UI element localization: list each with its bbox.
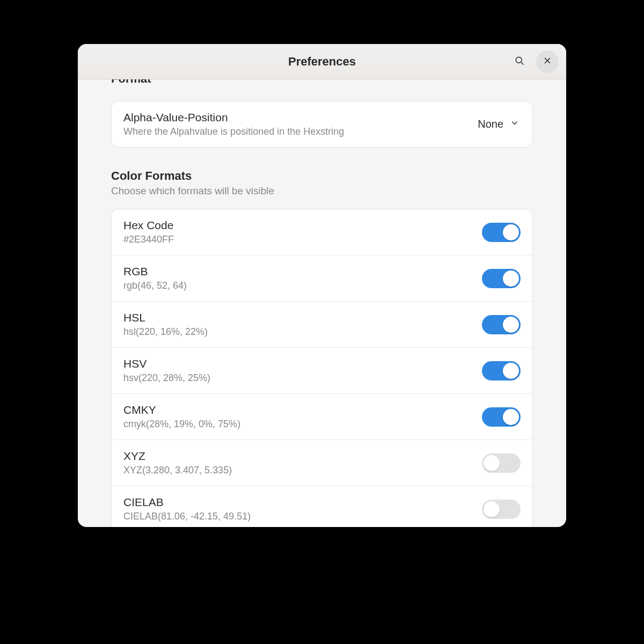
format-example: rgb(46, 52, 64) [123, 280, 472, 291]
alpha-value-position-row[interactable]: Alpha-Value-Position Where the Alpahvalu… [112, 101, 532, 147]
format-example: #2E3440FF [123, 234, 472, 245]
color-formats-heading: Color Formats [111, 169, 533, 183]
search-button[interactable] [508, 50, 531, 73]
alpha-row-subtitle: Where the Alpahvalue is positioned in th… [123, 126, 467, 137]
format-example: cmyk(28%, 19%, 0%, 75%) [123, 419, 472, 430]
color-format-row: RGBrgb(46, 52, 64) [112, 255, 532, 301]
color-format-row: Hex Code#2E3440FF [112, 209, 532, 255]
row-labels: Alpha-Value-Position Where the Alpahvalu… [123, 111, 467, 137]
toggle-knob [503, 317, 519, 333]
format-toggle[interactable] [482, 223, 521, 242]
format-section-heading: Format [111, 79, 533, 86]
format-name: HSV [123, 357, 472, 370]
format-example: hsv(220, 28%, 25%) [123, 372, 472, 384]
row-labels: XYZXYZ(3.280, 3.407, 5.335) [123, 450, 472, 476]
format-toggle[interactable] [482, 269, 521, 288]
close-button[interactable] [536, 50, 559, 73]
color-format-row: CIELABCIELAB(81.06, -42.15, 49.51) [112, 486, 532, 527]
close-icon [542, 55, 553, 68]
alpha-value-selected: None [478, 118, 503, 130]
preferences-window: Preferences Format Alpha-Value-Position … [78, 44, 566, 527]
toggle-knob [503, 409, 519, 425]
color-format-row: XYZXYZ(3.280, 3.407, 5.335) [112, 440, 532, 486]
format-name: CMKY [123, 404, 472, 416]
titlebar: Preferences [78, 44, 566, 79]
row-labels: Hex Code#2E3440FF [123, 219, 472, 245]
format-toggle[interactable] [482, 407, 521, 427]
format-toggle[interactable] [482, 315, 521, 334]
titlebar-actions [508, 50, 559, 73]
format-toggle[interactable] [482, 500, 521, 519]
chevron-down-icon [510, 118, 519, 130]
color-format-row: HSVhsv(220, 28%, 25%) [112, 347, 532, 393]
toggle-knob [484, 501, 500, 517]
window-title: Preferences [78, 55, 566, 69]
row-labels: CIELABCIELAB(81.06, -42.15, 49.51) [123, 496, 472, 522]
alpha-value-select[interactable]: None [477, 116, 521, 133]
color-formats-subtitle: Choose which formats will be visible [111, 185, 533, 197]
row-labels: CMKYcmyk(28%, 19%, 0%, 75%) [123, 404, 472, 430]
format-example: hsl(220, 16%, 22%) [123, 326, 472, 338]
format-name: CIELAB [123, 496, 472, 509]
row-labels: HSLhsl(220, 16%, 22%) [123, 311, 472, 338]
format-toggle[interactable] [482, 453, 521, 473]
format-name: RGB [123, 265, 472, 278]
color-format-row: HSLhsl(220, 16%, 22%) [112, 301, 532, 347]
format-example: XYZ(3.280, 3.407, 5.335) [123, 465, 472, 476]
row-labels: HSVhsv(220, 28%, 25%) [123, 357, 472, 384]
format-card: Alpha-Value-Position Where the Alpahvalu… [111, 101, 533, 148]
format-name: Hex Code [123, 219, 472, 232]
color-formats-card: Hex Code#2E3440FFRGBrgb(46, 52, 64)HSLhs… [111, 209, 533, 527]
toggle-knob [503, 224, 519, 240]
svg-point-0 [516, 57, 522, 63]
color-format-row: CMKYcmyk(28%, 19%, 0%, 75%) [112, 393, 532, 440]
row-labels: RGBrgb(46, 52, 64) [123, 265, 472, 291]
toggle-knob [484, 455, 500, 471]
search-icon [514, 55, 525, 68]
content-area: Format Alpha-Value-Position Where the Al… [78, 79, 566, 527]
format-example: CIELAB(81.06, -42.15, 49.51) [123, 511, 472, 522]
format-name: XYZ [123, 450, 472, 463]
toggle-knob [503, 270, 519, 287]
svg-line-1 [521, 62, 523, 64]
toggle-knob [503, 363, 519, 379]
format-toggle[interactable] [482, 361, 521, 380]
format-name: HSL [123, 311, 472, 324]
alpha-row-title: Alpha-Value-Position [123, 111, 467, 124]
